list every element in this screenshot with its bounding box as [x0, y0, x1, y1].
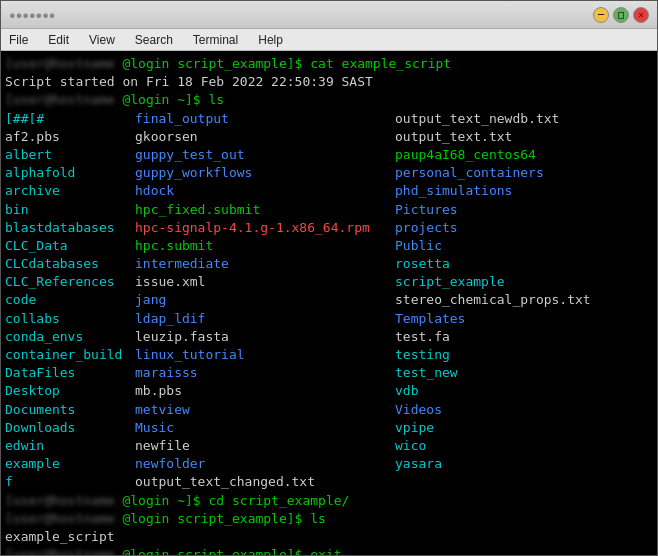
menu-help[interactable]: Help: [254, 31, 287, 49]
terminal-output[interactable]: [user@hostname @login script_example]$ c…: [1, 51, 657, 555]
terminal-line: af2.pbsgkoorsenoutput_text.txt: [5, 128, 653, 146]
terminal-line: Script started on Fri 18 Feb 2022 22:50:…: [5, 73, 653, 91]
terminal-line: conda_envsleuzip.fastatest.fa: [5, 328, 653, 346]
menu-edit[interactable]: Edit: [44, 31, 73, 49]
terminal-line: CLC_Referencesissue.xmlscript_example: [5, 273, 653, 291]
terminal-line: DataFilesmaraissstest_new: [5, 364, 653, 382]
minimize-button[interactable]: ─: [593, 7, 609, 23]
menubar: File Edit View Search Terminal Help: [1, 29, 657, 51]
terminal-line: [user@hostname @login ~]$ cd script_exam…: [5, 492, 653, 510]
terminal-window: ●●●●●●● ─ □ ✕ File Edit View Search Term…: [0, 0, 658, 556]
terminal-line: [user@hostname @login script_example]$ e…: [5, 546, 653, 555]
terminal-line: DownloadsMusicvpipe: [5, 419, 653, 437]
menu-file[interactable]: File: [5, 31, 32, 49]
terminal-line: container_buildlinux_tutorialtesting: [5, 346, 653, 364]
menu-search[interactable]: Search: [131, 31, 177, 49]
terminal-line: blastdatabaseshpc-signalp-4.1.g-1.x86_64…: [5, 219, 653, 237]
terminal-line: alphafoldguppy_workflowspersonal_contain…: [5, 164, 653, 182]
terminal-line: [user@hostname @login ~]$ ls: [5, 91, 653, 109]
terminal-line: collabsldap_ldifTemplates: [5, 310, 653, 328]
maximize-button[interactable]: □: [613, 7, 629, 23]
terminal-line: example_script: [5, 528, 653, 546]
terminal-line: albertguppy_test_outpaup4aI68_centos64: [5, 146, 653, 164]
terminal-line: CLCdatabasesintermediaterosetta: [5, 255, 653, 273]
terminal-line: [user@hostname @login script_example]$ l…: [5, 510, 653, 528]
titlebar: ●●●●●●● ─ □ ✕: [1, 1, 657, 29]
titlebar-buttons: ─ □ ✕: [593, 7, 649, 23]
terminal-line: edwinnewfilewico: [5, 437, 653, 455]
terminal-line: CLC_Datahpc.submitPublic: [5, 237, 653, 255]
terminal-line: binhpc_fixed.submitPictures: [5, 201, 653, 219]
close-button[interactable]: ✕: [633, 7, 649, 23]
terminal-line: examplenewfolderyasara: [5, 455, 653, 473]
terminal-line: foutput_text_changed.txt: [5, 473, 653, 491]
terminal-line: DocumentsmetviewVideos: [5, 401, 653, 419]
terminal-line: [user@hostname @login script_example]$ c…: [5, 55, 653, 73]
titlebar-left: ●●●●●●●: [9, 7, 69, 22]
menu-terminal[interactable]: Terminal: [189, 31, 242, 49]
terminal-line: [##[#final_outputoutput_text_newdb.txt: [5, 110, 653, 128]
terminal-line: Desktopmb.pbsvdb: [5, 382, 653, 400]
menu-view[interactable]: View: [85, 31, 119, 49]
titlebar-blurred-text: ●●●●●●●: [9, 9, 56, 21]
terminal-line: codejangstereo_chemical_props.txt: [5, 291, 653, 309]
terminal-line: archivehdockphd_simulations: [5, 182, 653, 200]
